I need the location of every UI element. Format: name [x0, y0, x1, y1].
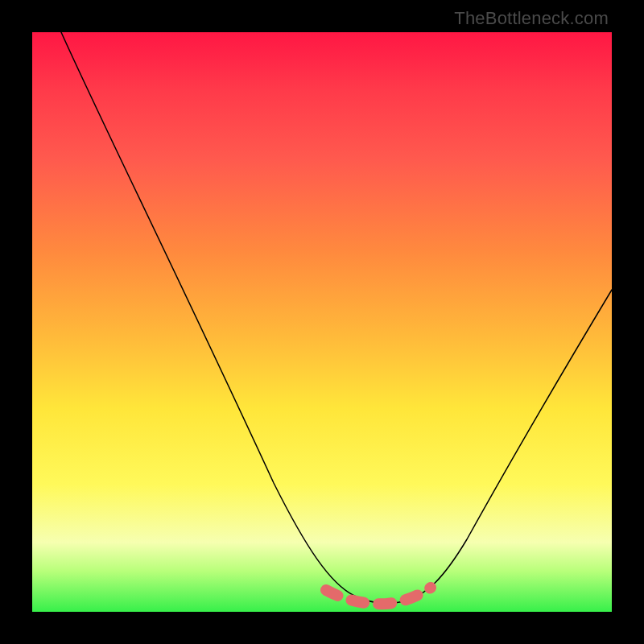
watermark-text: TheBottleneck.com [454, 8, 609, 29]
chart-frame: TheBottleneck.com [0, 0, 644, 644]
bottleneck-curve [61, 32, 612, 603]
optimal-region-marker [326, 588, 431, 604]
plot-area [32, 32, 612, 612]
curve-layer [32, 32, 612, 612]
